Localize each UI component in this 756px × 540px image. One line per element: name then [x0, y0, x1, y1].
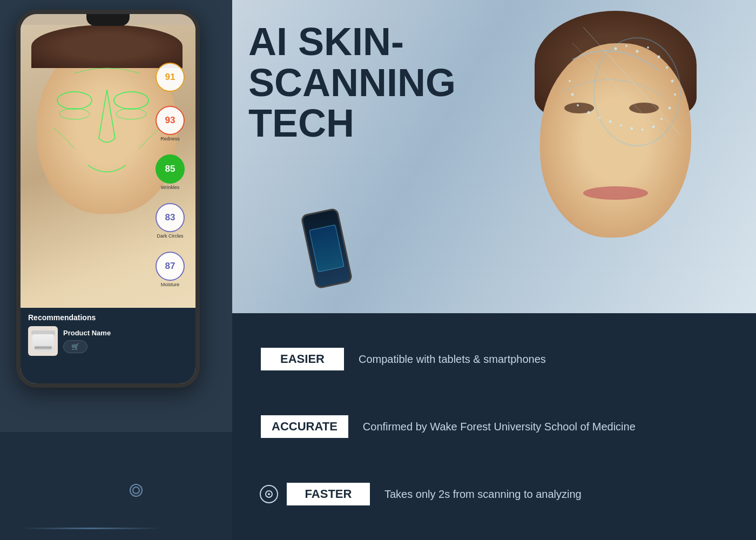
easier-description: Compatible with tablets & smartphones — [359, 352, 546, 366]
headline-line1: AI SKIN- — [248, 22, 456, 63]
score-badge-87: 87 Moisture — [156, 252, 185, 287]
camera-icon — [259, 484, 279, 504]
svg-point-2 — [59, 109, 90, 119]
feature-row-faster: FASTER Takes only 2s from scanning to an… — [259, 481, 729, 507]
headline-line3: TECH — [248, 103, 456, 144]
svg-point-14 — [652, 126, 655, 129]
phone-base-area — [0, 432, 232, 540]
phone-notch — [86, 14, 130, 26]
faster-description: Takes only 2s from scanning to analyzing — [384, 487, 582, 501]
svg-point-12 — [669, 107, 671, 110]
phone-shadow-line — [22, 528, 162, 529]
score-badge-85: 85 Wrinkles — [156, 154, 185, 190]
accurate-description: Confirmed by Wake Forest University Scho… — [363, 420, 636, 434]
camera-dot-icon — [130, 484, 143, 497]
svg-point-20 — [588, 111, 590, 114]
phone-mockup: 91 93 Redness 85 Wrinkles 83 Dark Circ — [16, 10, 200, 388]
easier-badge: EASIER — [259, 346, 346, 372]
svg-point-3 — [116, 109, 146, 119]
svg-point-22 — [571, 93, 574, 96]
svg-point-9 — [666, 66, 668, 69]
svg-point-11 — [674, 93, 676, 96]
phone-in-hand — [308, 211, 346, 286]
feature-row-easier: EASIER Compatible with tablets & smartph… — [259, 346, 729, 372]
svg-point-16 — [631, 127, 633, 130]
accurate-badge: ACCURATE — [259, 414, 350, 440]
score-circle-87: 87 — [156, 252, 185, 281]
headline-overlay: AI SKIN- SCANNING TECH — [248, 22, 456, 144]
features-section: EASIER Compatible with tablets & smartph… — [232, 313, 756, 540]
digital-scan-overlay — [529, 27, 702, 297]
svg-point-7 — [647, 46, 649, 49]
svg-point-18 — [609, 120, 612, 123]
recommendations-title: Recommendations — [28, 313, 188, 322]
faster-badge: FASTER — [285, 481, 372, 507]
phone-screen: 91 93 Redness 85 Wrinkles 83 Dark Circ — [21, 14, 195, 383]
svg-point-29 — [268, 493, 270, 495]
product-name: Product Name — [63, 329, 188, 337]
score-circle-91: 91 — [156, 63, 185, 92]
product-image: BEAUTIFULSKIN — [28, 326, 58, 356]
score-badge-83: 83 Dark Circles — [156, 203, 185, 239]
svg-point-1 — [114, 92, 148, 109]
score-badge-93: 93 Redness — [156, 106, 185, 141]
headline-line2: SCANNING — [248, 63, 456, 104]
hero-image-area: AI SKIN- SCANNING TECH — [232, 0, 756, 313]
svg-point-4 — [615, 48, 617, 50]
faster-badge-group: FASTER — [259, 481, 372, 507]
score-circle-83: 83 — [156, 203, 185, 232]
feature-row-accurate: ACCURATE Confirmed by Wake Forest Univer… — [259, 414, 729, 440]
svg-point-13 — [660, 118, 663, 120]
jar-body: BEAUTIFULSKIN — [32, 334, 54, 352]
right-panel: AI SKIN- SCANNING TECH EASIER Compatible… — [232, 0, 756, 540]
svg-point-0 — [57, 92, 92, 109]
product-row: BEAUTIFULSKIN Product Name 🛒 — [28, 326, 188, 356]
svg-point-23 — [569, 80, 571, 82]
score-circle-85: 85 — [156, 154, 185, 184]
svg-point-5 — [625, 45, 627, 47]
svg-point-15 — [642, 129, 644, 131]
left-panel: 91 93 Redness 85 Wrinkles 83 Dark Circ — [0, 0, 232, 540]
svg-point-8 — [658, 56, 660, 58]
score-circle-93: 93 — [156, 106, 185, 135]
svg-point-21 — [577, 104, 579, 106]
woman-face — [508, 11, 724, 302]
svg-point-10 — [671, 80, 674, 83]
recommendations-bar: Recommendations BEAUTIFULSKIN Product Na… — [21, 308, 195, 383]
svg-point-24 — [594, 38, 680, 146]
svg-line-25 — [583, 27, 680, 135]
score-badge-91: 91 — [156, 63, 185, 92]
svg-point-17 — [620, 124, 622, 126]
svg-point-6 — [636, 50, 639, 53]
product-info: Product Name 🛒 — [63, 329, 188, 353]
add-to-cart-button[interactable]: 🛒 — [63, 340, 87, 353]
